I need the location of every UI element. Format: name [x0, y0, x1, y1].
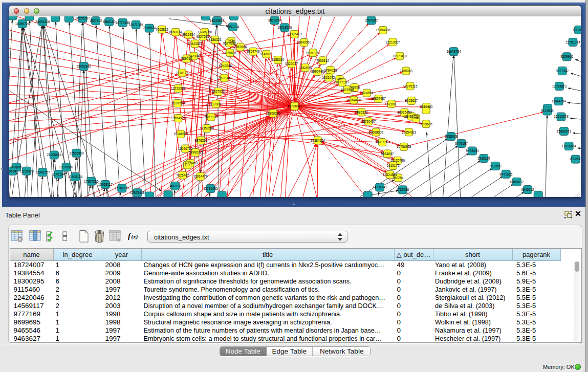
svg-text:8990448: 8990448 [311, 70, 324, 73]
svg-text:12444154: 12444154 [551, 99, 566, 102]
svg-text:15692971: 15692971 [557, 129, 572, 133]
svg-text:7663822: 7663822 [156, 27, 168, 31]
svg-text:9242848: 9242848 [219, 63, 232, 67]
svg-text:8186323: 8186323 [209, 38, 222, 41]
svg-text:8267130: 8267130 [205, 115, 217, 118]
svg-text:9115460: 9115460 [420, 105, 433, 108]
svg-text:10025453: 10025453 [397, 111, 412, 114]
svg-text:2718176: 2718176 [176, 71, 188, 74]
svg-text:(x): (x) [131, 233, 138, 240]
svg-text:17957255: 17957255 [84, 179, 99, 183]
svg-text:7955812: 7955812 [316, 58, 329, 62]
svg-text:9327505: 9327505 [197, 34, 209, 38]
svg-text:16033809: 16033809 [210, 18, 225, 22]
svg-text:391547: 391547 [9, 169, 18, 172]
svg-text:17016504: 17016504 [561, 144, 576, 147]
svg-text:9146821: 9146821 [260, 52, 273, 56]
svg-text:9113938: 9113938 [541, 109, 554, 113]
svg-text:9474444: 9474444 [466, 149, 478, 152]
svg-text:9777169: 9777169 [336, 80, 349, 84]
svg-text:1112630: 1112630 [573, 28, 581, 31]
svg-text:19654925: 19654925 [171, 116, 186, 120]
svg-text:14136141: 14136141 [373, 185, 387, 189]
svg-text:8471626: 8471626 [499, 172, 512, 176]
svg-text:7625402: 7625402 [176, 173, 189, 177]
svg-text:127: 127 [185, 163, 190, 166]
svg-text:1145194: 1145194 [52, 172, 65, 176]
svg-text:15720407: 15720407 [361, 119, 376, 123]
svg-text:11156829: 11156829 [19, 169, 34, 172]
svg-text:7357224: 7357224 [227, 25, 239, 28]
svg-text:1527602: 1527602 [90, 19, 102, 23]
svg-text:2935114: 2935114 [477, 156, 490, 160]
svg-text:16046766: 16046766 [178, 146, 193, 150]
svg-text:16210643: 16210643 [554, 115, 569, 118]
svg-text:12213967: 12213967 [385, 40, 400, 43]
svg-text:10756928: 10756928 [397, 145, 411, 148]
svg-text:7632621: 7632621 [489, 164, 502, 167]
svg-text:7485063: 7485063 [400, 69, 412, 72]
svg-text:1588520: 1588520 [272, 58, 285, 61]
svg-text:989014: 989014 [181, 56, 192, 60]
svg-text:16648784: 16648784 [446, 50, 461, 53]
svg-text:10719155: 10719155 [116, 20, 130, 24]
svg-text:12923448: 12923448 [130, 191, 145, 194]
svg-text:16914479: 16914479 [193, 174, 208, 178]
svg-text:16107554: 16107554 [170, 101, 185, 105]
svg-text:19166829: 19166829 [173, 132, 188, 136]
svg-text:9463627: 9463627 [405, 99, 418, 102]
svg-text:10688609: 10688609 [368, 130, 383, 134]
svg-text:20206516: 20206516 [47, 153, 62, 157]
svg-text:19654923: 19654923 [402, 130, 417, 134]
svg-text:19218506: 19218506 [277, 26, 292, 29]
svg-text:20364436: 20364436 [346, 98, 361, 101]
svg-text:16782759: 16782759 [115, 186, 129, 190]
svg-text:16543362: 16543362 [188, 41, 203, 45]
svg-text:18300295: 18300295 [266, 111, 280, 115]
svg-text:9329966: 9329966 [560, 55, 573, 58]
svg-text:19384554: 19384554 [311, 138, 325, 142]
svg-text:15751074: 15751074 [565, 40, 580, 43]
svg-text:18807249: 18807249 [375, 140, 390, 144]
svg-text:10958117: 10958117 [98, 182, 113, 186]
svg-text:8660124: 8660124 [169, 30, 182, 34]
svg-text:5958928: 5958928 [445, 134, 458, 138]
svg-text:9084067: 9084067 [381, 151, 394, 155]
svg-text:1485061: 1485061 [10, 165, 23, 169]
svg-text:8427552: 8427552 [212, 90, 225, 93]
svg-text:904: 904 [413, 116, 419, 120]
svg-text:8912954: 8912954 [182, 33, 195, 36]
svg-text:8813054: 8813054 [268, 18, 281, 22]
svg-text:29053346: 29053346 [76, 64, 91, 68]
svg-text:1167533: 1167533 [569, 157, 581, 161]
svg-text:5498222: 5498222 [189, 150, 202, 154]
svg-text:20691406: 20691406 [35, 19, 50, 23]
svg-text:10655287: 10655287 [75, 16, 90, 20]
svg-text:9245652: 9245652 [521, 187, 534, 191]
svg-text:3624554: 3624554 [360, 91, 373, 95]
svg-text:16154808: 16154808 [376, 28, 390, 32]
svg-text:10973493: 10973493 [393, 54, 407, 57]
svg-text:12975115: 12975115 [403, 84, 418, 87]
svg-text:10807487: 10807487 [371, 97, 386, 100]
svg-text:252254: 252254 [393, 176, 404, 179]
svg-text:17559924: 17559924 [69, 151, 84, 155]
svg-text:9699695: 9699695 [420, 122, 432, 125]
svg-text:6479197: 6479197 [455, 141, 468, 145]
svg-text:2803144: 2803144 [218, 76, 231, 79]
svg-text:2867608: 2867608 [234, 45, 247, 49]
svg-text:10671355: 10671355 [128, 23, 143, 26]
svg-text:7986322: 7986322 [355, 110, 368, 114]
svg-text:12213389: 12213389 [171, 86, 186, 90]
svg-text:10654112: 10654112 [510, 180, 524, 183]
svg-text:18640910: 18640910 [297, 40, 312, 44]
svg-text:13226058: 13226058 [198, 30, 212, 34]
svg-text:3875685: 3875685 [224, 51, 236, 54]
svg-text:18724007: 18724007 [287, 104, 302, 107]
svg-text:6497568: 6497568 [341, 87, 354, 91]
svg-text:12505135: 12505135 [68, 174, 83, 178]
svg-text:1733426: 1733426 [396, 188, 409, 191]
svg-text:12093873: 12093873 [552, 84, 567, 87]
svg-text:6794028: 6794028 [324, 68, 337, 72]
svg-text:8878332: 8878332 [194, 138, 207, 142]
